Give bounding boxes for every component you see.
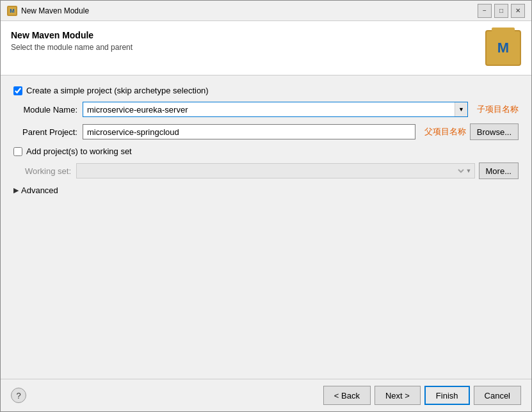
module-name-input[interactable] — [83, 102, 455, 116]
dialog-window: M New Maven Module − □ ✕ New Maven Modul… — [0, 0, 532, 412]
advanced-row[interactable]: ▶ Advanced — [13, 186, 519, 195]
maven-logo: M — [485, 30, 521, 66]
parent-project-label: Parent Project: — [13, 127, 77, 137]
title-bar-controls: − □ ✕ — [478, 4, 525, 18]
more-button[interactable]: More... — [479, 162, 519, 179]
dialog-subtitle: Select the module name and parent — [11, 43, 133, 52]
browse-button[interactable]: Browse... — [470, 123, 519, 140]
working-set-select[interactable] — [79, 166, 466, 177]
close-button[interactable]: ✕ — [511, 4, 525, 18]
working-set-checkbox-label[interactable]: Add project(s) to working set — [26, 147, 132, 156]
title-bar-icon: M — [7, 6, 17, 16]
minimize-button[interactable]: − — [478, 4, 492, 18]
working-set-select-container: ▼ — [76, 163, 475, 178]
footer-buttons: < Back Next > Finish Cancel — [323, 386, 521, 405]
footer-left: ? — [11, 388, 26, 403]
working-set-checkbox-row: Add project(s) to working set — [13, 147, 519, 156]
header-icon-container: M — [485, 30, 521, 66]
module-name-dropdown-container: ▼ — [83, 102, 468, 117]
next-button[interactable]: Next > — [375, 386, 421, 405]
header-text: New Maven Module Select the module name … — [11, 30, 133, 52]
dialog-title: New Maven Module — [11, 30, 133, 40]
parent-project-annotation: 父项目名称 — [424, 126, 466, 138]
footer-section: ? < Back Next > Finish Cancel — [1, 379, 531, 411]
parent-project-input-container: 父项目名称 Browse... — [83, 123, 519, 140]
working-set-dropdown-icon: ▼ — [466, 168, 472, 174]
module-name-annotation: 子项目名称 — [477, 104, 519, 115]
working-set-checkbox[interactable] — [13, 147, 22, 156]
simple-project-row: Create a simple project (skip archetype … — [13, 86, 519, 95]
working-set-row: Working set: ▼ More... — [13, 162, 519, 179]
help-button[interactable]: ? — [11, 388, 26, 403]
advanced-label: Advanced — [21, 186, 58, 195]
title-bar-title: New Maven Module — [21, 6, 89, 15]
header-section: New Maven Module Select the module name … — [1, 21, 531, 75]
content-section: Create a simple project (skip archetype … — [1, 75, 531, 379]
simple-project-checkbox[interactable] — [13, 86, 22, 95]
title-bar: M New Maven Module − □ ✕ — [1, 1, 531, 21]
content-spacer — [13, 202, 519, 368]
parent-project-input[interactable] — [83, 124, 415, 139]
module-name-dropdown-arrow[interactable]: ▼ — [455, 102, 467, 116]
advanced-arrow-icon: ▶ — [13, 186, 19, 194]
maximize-button[interactable]: □ — [494, 4, 508, 18]
module-name-row: Module Name: ▼ 子项目名称 — [13, 102, 519, 117]
working-set-label: Working set: — [13, 166, 71, 176]
finish-button[interactable]: Finish — [424, 386, 470, 405]
simple-project-label[interactable]: Create a simple project (skip archetype … — [26, 86, 209, 95]
back-button[interactable]: < Back — [323, 386, 371, 405]
parent-project-row: Parent Project: 父项目名称 Browse... — [13, 123, 519, 140]
module-name-input-container: ▼ 子项目名称 — [83, 102, 519, 117]
title-bar-left: M New Maven Module — [7, 6, 89, 16]
module-name-label: Module Name: — [13, 105, 77, 115]
cancel-button[interactable]: Cancel — [474, 386, 521, 405]
